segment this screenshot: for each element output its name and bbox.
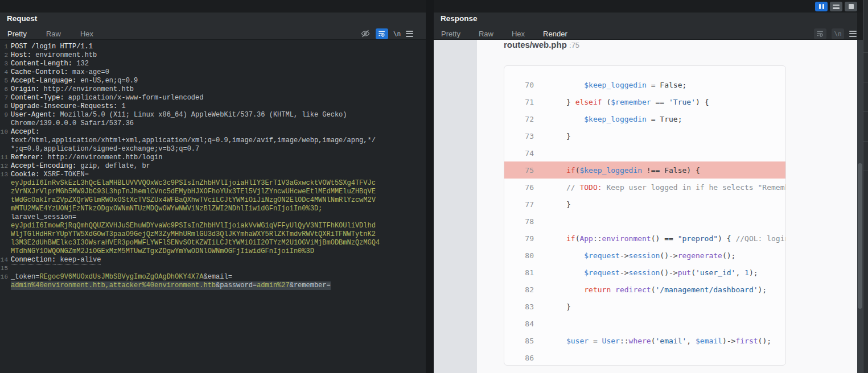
request-line[interactable]: 4Cache-Control: max-age=0 bbox=[0, 68, 426, 77]
request-line[interactable]: zVrNXJrVlprMGh5MW9JbC93L3hpTnJhemlCVnc5d… bbox=[0, 188, 426, 196]
newline-chars-icon[interactable]: \n bbox=[832, 28, 844, 39]
request-line[interactable]: 12Accept-Encoding: gzip, deflate, br bbox=[0, 162, 426, 171]
request-text[interactable]: MTdhNGY1OWQONGZmM2JiOGExMzM5MTUwZTgxZDgw… bbox=[11, 247, 314, 256]
pause-icon bbox=[819, 4, 821, 9]
line-number: 11 bbox=[0, 154, 8, 162]
word-wrap-icon[interactable] bbox=[814, 28, 826, 39]
request-line[interactable]: admin%40environment.htb,attacker%40envir… bbox=[0, 281, 426, 290]
request-text[interactable]: Content-Type: application/x-www-form-url… bbox=[11, 94, 203, 102]
line-number bbox=[0, 145, 8, 154]
request-line[interactable]: MTdhNGY1OWQONGZmM2JiOGExMzM5MTUwZTgxZDgw… bbox=[0, 247, 426, 256]
request-text-selected[interactable]: admin%40environment.htb,attacker%40envir… bbox=[11, 281, 331, 290]
request-line[interactable]: 9User-Agent: Mozilla/5.0 (X11; Linux x86… bbox=[0, 111, 426, 119]
stop-button[interactable] bbox=[845, 2, 857, 11]
request-line[interactable]: WljTGlHdHRrYUpYTW5XdGOwT3paaO9GejQzM3ZyM… bbox=[0, 230, 426, 239]
code-line: 77 } bbox=[504, 196, 785, 213]
line-number bbox=[0, 281, 8, 290]
layout-lines-button[interactable] bbox=[830, 2, 842, 11]
request-text[interactable]: Cookie: XSRF-TOKEN= bbox=[11, 171, 89, 179]
request-line[interactable]: 10Accept: bbox=[0, 128, 426, 136]
line-number: 4 bbox=[0, 68, 8, 77]
request-line[interactable]: 8Upgrade-Insecure-Requests: 1 bbox=[0, 102, 426, 111]
code-line-number: 85 bbox=[513, 337, 534, 345]
line-number: 9 bbox=[0, 111, 8, 119]
request-line[interactable]: 14Connection: keep-alive bbox=[0, 256, 426, 264]
request-text[interactable]: WljTGlHdHRrYUpYTW5XdGOwT3paaO9GejQzM3ZyM… bbox=[11, 230, 376, 239]
request-text[interactable]: Accept-Encoding: gzip, deflate, br bbox=[11, 162, 150, 171]
code-text: } bbox=[540, 200, 571, 209]
panel-divider[interactable] bbox=[426, 0, 434, 373]
request-text[interactable]: *;q=0.8,application/signed-exchange;v=b3… bbox=[11, 145, 199, 154]
request-text[interactable]: Content-Length: 132 bbox=[11, 60, 89, 68]
request-text[interactable]: Connection: keep-alive bbox=[11, 256, 101, 264]
line-number bbox=[0, 188, 8, 196]
request-editor[interactable]: 1POST /login HTTP/1.12Host: environment.… bbox=[0, 40, 426, 373]
request-text[interactable]: tWdGcOakIra2VpZXQrWGlmRWOxOStXcTVSZUx4WF… bbox=[11, 196, 376, 205]
request-text[interactable]: POST /login HTTP/1.1 bbox=[11, 43, 93, 51]
pause-button[interactable] bbox=[815, 2, 828, 11]
code-text: } bbox=[540, 132, 571, 140]
request-text[interactable]: Cache-Control: max-age=0 bbox=[11, 68, 109, 77]
code-line: 71 } elseif ($remember == 'True') { bbox=[504, 93, 785, 110]
request-line[interactable]: text/html,application/xhtml+xml,applicat… bbox=[0, 136, 426, 145]
request-text[interactable]: Host: environment.htb bbox=[11, 51, 97, 60]
stop-icon bbox=[849, 4, 854, 9]
render-scrollbar-thumb[interactable] bbox=[858, 163, 862, 309]
code-line-number: 71 bbox=[513, 98, 534, 106]
request-line[interactable]: Chrome/139.0.0.0 Safari/537.36 bbox=[0, 119, 426, 128]
newline-chars-icon[interactable]: \n bbox=[393, 30, 401, 38]
request-line[interactable]: 6Origin: http://environment.htb bbox=[0, 85, 426, 94]
request-line[interactable]: 15 bbox=[0, 264, 426, 273]
line-number bbox=[0, 205, 8, 213]
code-line: 85 $user = User::where('email', $email)-… bbox=[504, 332, 785, 349]
word-wrap-icon[interactable] bbox=[376, 28, 388, 39]
request-line[interactable]: l3M3E2dUhBWElkc3I3OWsraHVER3poMWFLYWFlSE… bbox=[0, 239, 426, 247]
request-text[interactable]: Chrome/139.0.0.0 Safari/537.36 bbox=[11, 119, 134, 128]
request-line[interactable]: mMTU2MWE4YzUONjEzNTkzODgxOWNmNTUzMDQwOWY… bbox=[0, 205, 426, 213]
request-text[interactable]: zVrNXJrVlprMGh5MW9JbC93L3hpTnJhemlCVnc5d… bbox=[11, 188, 376, 196]
line-number: 7 bbox=[0, 94, 8, 102]
request-text[interactable]: mMTU2MWE4YzUONjEzNTkzODgxOWNmNTUzMDQwOWY… bbox=[11, 205, 322, 213]
code-text: } elseif ($remember == 'True') { bbox=[540, 98, 709, 106]
request-line[interactable]: tWdGcOakIra2VpZXQrWGlmRWOxOStXcTVSZUx4WF… bbox=[0, 196, 426, 205]
hide-nonprintable-eye-icon[interactable] bbox=[360, 29, 371, 38]
request-line[interactable]: 7Content-Type: application/x-www-form-ur… bbox=[0, 94, 426, 102]
request-text[interactable]: Upgrade-Insecure-Requests: 1 bbox=[11, 102, 126, 111]
response-panel-title: Response bbox=[441, 14, 478, 23]
code-line-number: 72 bbox=[513, 115, 534, 123]
code-text: // TODO: Keep user logged in if he selec… bbox=[540, 183, 785, 192]
request-line[interactable]: 3Content-Length: 132 bbox=[0, 60, 426, 68]
code-line-number: 77 bbox=[513, 200, 534, 209]
request-line[interactable]: 11Referer: http://environment.htb/login bbox=[0, 154, 426, 162]
line-number bbox=[0, 247, 8, 256]
request-text[interactable]: eyJpdiI6InRvSkEzL3hQcElaMHBLUVVVQOxWc3c9… bbox=[11, 179, 376, 188]
request-text[interactable]: eyJpdiI6ImowRjRqQmhQQUZXVHJuSEhuWDYvaWc9… bbox=[11, 222, 376, 230]
burp-repeater-window: Request PrettyRawHex \n 1POST /login HTT… bbox=[0, 0, 868, 373]
line-number bbox=[0, 230, 8, 239]
request-text[interactable]: Origin: http://environment.htb bbox=[11, 85, 134, 94]
code-line: 72 $keep_loggedin = True; bbox=[504, 110, 785, 127]
request-toolbar: \n bbox=[360, 27, 413, 40]
request-text[interactable]: _token=REgoc9V6MUOxdUsJMbSBVygImoZgOAgDh… bbox=[11, 273, 232, 281]
request-text[interactable]: Accept: bbox=[11, 128, 39, 136]
request-line[interactable]: 1POST /login HTTP/1.1 bbox=[0, 43, 426, 51]
request-line[interactable]: 5Accept-Language: en-US,en;q=0.9 bbox=[0, 77, 426, 85]
request-line[interactable]: 2Host: environment.htb bbox=[0, 51, 426, 60]
request-line[interactable]: *;q=0.8,application/signed-exchange;v=b3… bbox=[0, 145, 426, 154]
request-text[interactable]: User-Agent: Mozilla/5.0 (X11; Linux x86_… bbox=[11, 111, 347, 119]
menu-icon[interactable] bbox=[406, 31, 413, 37]
code-line: 78 bbox=[504, 213, 785, 230]
request-text[interactable]: text/html,application/xhtml+xml,applicat… bbox=[11, 136, 376, 145]
request-line[interactable]: eyJpdiI6InRvSkEzL3hQcElaMHBLUVVVQOxWc3c9… bbox=[0, 179, 426, 188]
request-line[interactable]: laravel_session= bbox=[0, 213, 426, 222]
line-number: 2 bbox=[0, 51, 8, 60]
request-line[interactable]: eyJpdiI6ImowRjRqQmhQQUZXVHJuSEhuWDYvaWc9… bbox=[0, 222, 426, 230]
request-text[interactable]: Accept-Language: en-US,en;q=0.9 bbox=[11, 77, 138, 85]
request-text[interactable]: l3M3E2dUhBWElkc3I3OWsraHVER3poMWFLYWFlSE… bbox=[11, 239, 380, 247]
request-line[interactable]: 13Cookie: XSRF-TOKEN= bbox=[0, 171, 426, 179]
request-text[interactable]: Referer: http://environment.htb/login bbox=[11, 154, 162, 162]
code-text: $user = User::where('email', $email)->fi… bbox=[540, 337, 771, 345]
request-text[interactable]: laravel_session= bbox=[11, 213, 76, 222]
request-line[interactable]: 16_token=REgoc9V6MUOxdUsJMbSBVygImoZgOAg… bbox=[0, 273, 426, 281]
menu-icon[interactable] bbox=[849, 31, 857, 37]
